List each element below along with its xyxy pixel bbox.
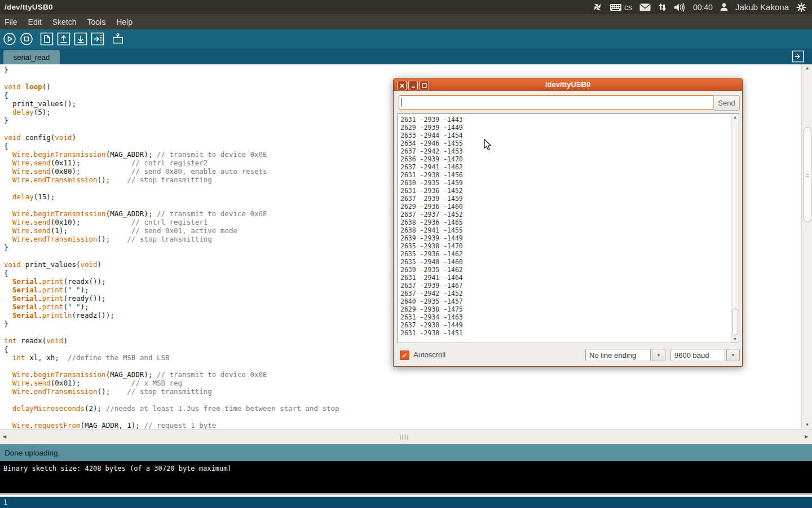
menu-tools[interactable]: Tools <box>87 17 106 27</box>
scroll-down-icon[interactable]: ▼ <box>802 422 812 428</box>
volume-icon[interactable] <box>674 3 686 12</box>
baud-rate-value: 9600 baud <box>674 351 709 360</box>
code-line: Wire.beginTransmission(MAG_ADDR); // tra… <box>4 209 339 218</box>
tab-serial-read[interactable]: serial_read <box>3 50 60 64</box>
code-area: } void loop(){ print_values(); delay(5);… <box>4 65 339 429</box>
code-line: Wire.endTransmission(); // stop transmit… <box>4 387 339 396</box>
clock[interactable]: 00:40 <box>693 3 713 12</box>
code-line: int xl, xh; //define the MSB and LSB <box>4 353 339 362</box>
window-title: /dev/ttyUSB0 <box>0 3 53 11</box>
line-ending-dropdown-button[interactable]: ▼ <box>652 349 665 361</box>
serial-input[interactable] <box>399 95 714 110</box>
send-label: Send <box>718 99 735 107</box>
serial-monitor-button[interactable] <box>111 32 125 46</box>
editor-horizontal-scrollbar[interactable]: ◀ ▶ <box>0 429 812 445</box>
code-line: Wire.send(1); // send 0x01, active mode <box>4 226 339 235</box>
menu-file[interactable]: File <box>5 17 17 27</box>
save-button[interactable] <box>74 32 87 46</box>
menu-sketch[interactable]: Sketch <box>52 17 77 27</box>
code-line: Serial.print(" "); <box>4 303 339 311</box>
mouse-cursor-icon <box>484 139 492 153</box>
pinwheel-icon[interactable] <box>593 2 602 12</box>
open-button[interactable] <box>57 32 70 46</box>
upload-button[interactable] <box>91 32 104 46</box>
code-line: { <box>4 142 339 150</box>
keyboard-indicator[interactable]: cs <box>610 3 632 12</box>
serial-line: 2638 -2941 -1455 <box>400 226 463 234</box>
toolbar <box>0 29 812 49</box>
editor-vertical-scrollbar[interactable]: ▲ ▼ <box>801 64 812 429</box>
code-line: void loop() <box>4 82 339 91</box>
network-arrows-icon[interactable] <box>658 3 667 12</box>
tabbar: serial_read <box>0 49 812 64</box>
stop-button[interactable] <box>20 32 33 46</box>
line-ending-value: No line ending <box>589 351 636 360</box>
tab-menu-button[interactable] <box>792 50 804 63</box>
serial-output-area[interactable]: 2631 -2939 -14432629 -2939 -14492633 -29… <box>397 113 739 343</box>
grip-icon <box>400 435 408 440</box>
baud-dropdown-button[interactable]: ▼ <box>726 349 740 361</box>
code-line: } <box>4 65 339 74</box>
serial-line: 2637 -2939 -1467 <box>400 282 463 290</box>
check-icon: ✓ <box>401 352 407 359</box>
code-line <box>4 252 339 260</box>
editor-scrollbar-thumb[interactable] <box>804 127 811 222</box>
send-button[interactable]: Send <box>713 95 740 111</box>
scroll-up-icon[interactable]: ▲ <box>731 115 739 120</box>
serial-line: 2633 -2944 -1454 <box>400 132 463 139</box>
code-line: Wire.send(0x01); // x MSB reg <box>4 379 339 387</box>
code-line: } <box>4 243 339 252</box>
scroll-right-icon[interactable]: ▶ <box>803 434 810 440</box>
serial-line: 2631 -2941 -1464 <box>400 274 463 282</box>
serial-monitor-controls: ✓ Autoscroll No line ending ▼ 9600 baud … <box>394 349 742 364</box>
autoscroll-checkbox[interactable]: ✓ <box>400 351 409 360</box>
code-line: Wire.beginTransmission(MAG_ADDR); // tra… <box>4 370 339 379</box>
code-line <box>4 125 339 133</box>
serial-line: 2638 -2936 -1465 <box>400 218 463 226</box>
code-line <box>4 74 339 82</box>
serial-scrollbar[interactable]: ▲ ▼ <box>731 114 739 343</box>
code-line: void print_values(void) <box>4 260 339 269</box>
code-line: } <box>4 116 339 125</box>
serial-line: 2631 -2938 -1456 <box>400 171 463 179</box>
serial-line: 2635 -2936 -1462 <box>400 250 463 258</box>
serial-line: 2637 -2941 -1462 <box>400 163 463 171</box>
username[interactable]: Jakub Kakona <box>735 2 789 12</box>
new-sketch-button[interactable] <box>40 32 54 46</box>
menu-edit[interactable]: Edit <box>28 17 42 27</box>
console-message: Binary sketch size: 4208 bytes (of a 307… <box>3 465 232 472</box>
code-line: delayMicroseconds(2); //needs at least 1… <box>4 404 339 413</box>
serial-line: 2635 -2940 -1460 <box>400 258 463 266</box>
code-line: Wire.endTransmission(); // stop transmit… <box>4 176 339 184</box>
chevron-down-icon: ▼ <box>656 353 661 358</box>
autoscroll-label: Autoscroll <box>413 351 445 359</box>
line-ending-select[interactable]: No line ending <box>585 349 651 361</box>
serial-line: 2631 -2939 -1443 <box>400 116 463 124</box>
serial-line: 2631 -2936 -1452 <box>400 187 463 195</box>
serial-monitor-titlebar[interactable]: /dev/ttyUSB0 <box>394 78 742 91</box>
serial-scrollbar-thumb[interactable] <box>732 309 738 335</box>
menu-help[interactable]: Help <box>116 17 133 27</box>
scroll-up-icon[interactable]: ▲ <box>802 65 812 71</box>
scroll-left-icon[interactable]: ◀ <box>1 434 8 440</box>
serial-line: 2637 -2937 -1452 <box>400 211 463 218</box>
verify-button[interactable] <box>3 32 16 46</box>
code-line: Wire.send(0x10); // cntrl register1 <box>4 218 339 226</box>
baud-rate-select[interactable]: 9600 baud <box>670 349 725 361</box>
line-number-bar: 1 <box>0 497 812 508</box>
mail-icon[interactable] <box>639 3 651 11</box>
text-caret <box>401 98 401 107</box>
code-line: void config(void) <box>4 133 339 142</box>
session-gear-icon[interactable] <box>796 2 806 12</box>
code-line <box>4 328 339 336</box>
serial-line: 2629 -2938 -1475 <box>400 305 463 313</box>
menubar: File Edit Sketch Tools Help <box>0 14 812 29</box>
scroll-down-icon[interactable]: ▼ <box>731 336 739 342</box>
serial-line: 2639 -2935 -1462 <box>400 266 463 274</box>
code-line: Serial.print(" "); <box>4 286 339 294</box>
code-line: Wire.endTransmission(); // stop transmit… <box>4 235 339 243</box>
code-line: Wire.send(0x11); // cntrl register2 <box>4 159 339 167</box>
line-number: 1 <box>3 498 7 506</box>
serial-line: 2637 -2939 -1459 <box>400 195 463 203</box>
user-icon <box>720 3 728 11</box>
